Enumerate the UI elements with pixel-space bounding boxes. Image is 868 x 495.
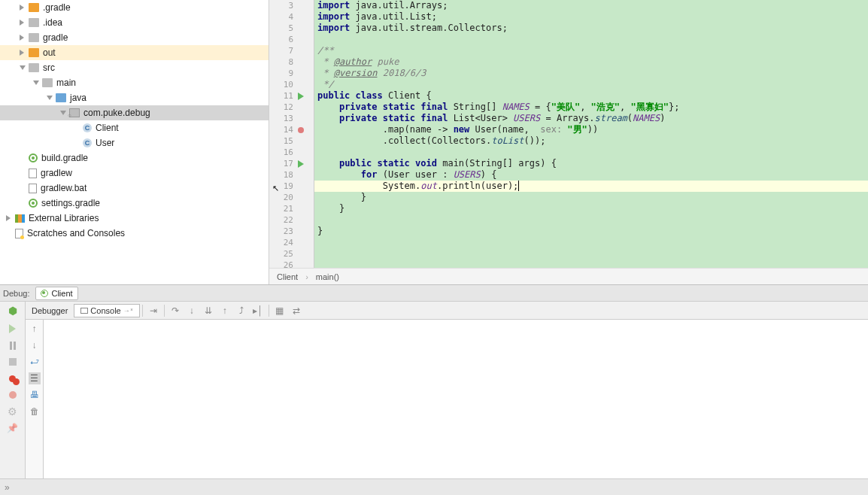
breadcrumb-item[interactable]: main()	[316, 272, 339, 281]
resume-icon[interactable]	[7, 323, 19, 335]
debug-tab-client[interactable]: Client	[35, 287, 77, 300]
tree-item-scratches-and-consoles[interactable]: Scratches and Consoles	[0, 226, 269, 241]
quick-access-icon[interactable]: »	[5, 482, 10, 493]
chevron-right-icon[interactable]	[20, 50, 26, 56]
evaluate-icon[interactable]: ▦	[272, 302, 288, 319]
print-icon[interactable]: 🖶	[29, 389, 41, 401]
console-output[interactable]	[44, 320, 868, 478]
stop-icon[interactable]	[7, 356, 19, 368]
trace-icon[interactable]: ⇄	[288, 302, 305, 319]
tree-item-main[interactable]: main	[0, 75, 269, 90]
chevron-right-icon[interactable]	[20, 35, 26, 41]
chevron-right-icon[interactable]	[20, 5, 26, 11]
tree-item-user[interactable]: CUser	[0, 135, 269, 150]
step-out-icon[interactable]: ↑	[217, 302, 233, 319]
folder-icon	[29, 48, 39, 57]
trash-icon[interactable]: 🗑	[29, 405, 41, 418]
folder-icon	[29, 18, 39, 27]
tree-item-out[interactable]: out	[0, 45, 269, 60]
tree-label: gradle	[43, 32, 68, 43]
breadcrumb[interactable]: Client › main()	[269, 268, 868, 284]
step-icon[interactable]: ⇥	[145, 302, 162, 319]
tree-label: java	[70, 93, 86, 103]
debug-header: Debug: Client	[0, 285, 868, 302]
package-icon	[69, 108, 80, 117]
debug-panel: Debug: Client ⬢ Debugger Console →ˣ ⇥ ↷ …	[0, 284, 868, 478]
status-bar: »	[0, 478, 868, 495]
error-gutter-icon[interactable]	[298, 127, 304, 133]
scratch-icon	[15, 229, 23, 238]
folder-icon	[29, 63, 39, 72]
breakpoints-icon[interactable]	[7, 372, 19, 384]
chevron-down-icon[interactable]	[60, 111, 66, 117]
tree-label: External Libraries	[29, 213, 99, 223]
class-icon: C	[83, 138, 92, 147]
run-cursor-icon[interactable]: ▸│	[250, 302, 266, 319]
tree-label: gradlew.bat	[41, 183, 86, 193]
settings-icon[interactable]: ⚙	[7, 405, 19, 418]
step-over-icon[interactable]: ↷	[167, 302, 184, 319]
tree-item--idea[interactable]: .idea	[0, 15, 269, 30]
file-icon	[29, 184, 37, 193]
breadcrumb-item[interactable]: Client	[277, 272, 298, 281]
up-icon[interactable]: ↑	[29, 323, 41, 335]
tree-label: Client	[96, 123, 119, 133]
filter-icon[interactable]: ☰	[29, 372, 41, 384]
tree-item-java[interactable]: java	[0, 90, 269, 105]
tree-label: .gradle	[43, 2, 71, 13]
tree-label: main	[56, 77, 76, 88]
gradle-icon	[29, 199, 38, 208]
force-step-icon[interactable]: ⇊	[200, 302, 217, 319]
tree-item-client[interactable]: CClient	[0, 120, 269, 135]
debug-side-toolbar2: ↑ ↓ ⮐ ☰ 🖶 🗑	[26, 320, 44, 478]
folder-icon	[29, 33, 39, 42]
tree-item-gradle[interactable]: gradle	[0, 30, 269, 45]
tree-label: out	[43, 47, 56, 58]
tree-label: User	[96, 138, 114, 148]
debug-side-toolbar: ⚙ 📌	[0, 320, 26, 478]
folder-icon	[42, 78, 53, 87]
class-icon: C	[83, 123, 92, 132]
chevron-right-icon[interactable]	[6, 215, 12, 221]
library-icon	[15, 214, 25, 223]
pause-icon[interactable]	[7, 339, 19, 351]
file-icon	[29, 169, 37, 178]
chevron-down-icon[interactable]	[47, 96, 53, 102]
gutter: 3456789101112131415161718192021222324252…	[269, 0, 314, 268]
tree-item--gradle[interactable]: .gradle	[0, 0, 269, 15]
pin-icon[interactable]: 📌	[7, 422, 19, 434]
tree-label: .idea	[43, 17, 62, 28]
wrap-icon[interactable]: ⮐	[29, 356, 41, 368]
run-gutter-icon[interactable]	[298, 160, 305, 168]
code-editor[interactable]: 3456789101112131415161718192021222324252…	[269, 0, 868, 284]
tree-label: gradlew	[41, 168, 72, 178]
debugger-tab[interactable]: Debugger	[26, 305, 74, 317]
debug-toolbar: ⬢ Debugger Console →ˣ ⇥ ↷ ↓ ⇊ ↑ ⤴ ▸│ ▦ ⇄	[0, 302, 868, 320]
tree-item-gradlew-bat[interactable]: gradlew.bat	[0, 181, 269, 196]
tree-label: build.gradle	[41, 153, 88, 163]
run-gutter-icon[interactable]	[298, 93, 305, 100]
tree-label: src	[43, 62, 55, 73]
folder-icon	[29, 3, 39, 12]
tree-item-external-libraries[interactable]: External Libraries	[0, 211, 269, 226]
chevron-right-icon[interactable]	[20, 20, 26, 26]
drop-frame-icon[interactable]: ⤴	[233, 302, 250, 319]
tree-item-com-puke-debug[interactable]: com.puke.debug	[0, 105, 269, 120]
down-icon[interactable]: ↓	[29, 339, 41, 351]
tree-item-src[interactable]: src	[0, 60, 269, 75]
folder-icon	[56, 93, 66, 102]
chevron-down-icon[interactable]	[20, 65, 26, 71]
debug-label: Debug:	[3, 289, 29, 298]
tree-item-settings-gradle[interactable]: settings.gradle	[0, 196, 269, 211]
step-into-icon[interactable]: ↓	[184, 302, 200, 319]
tree-item-build-gradle[interactable]: build.gradle	[0, 150, 269, 166]
tree-label: com.puke.debug	[83, 108, 150, 118]
project-tree[interactable]: .gradle.ideagradleoutsrcmainjavacom.puke…	[0, 0, 269, 284]
console-tab[interactable]: Console →ˣ	[74, 304, 139, 317]
tree-label: Scratches and Consoles	[27, 228, 125, 238]
bug-icon[interactable]: ⬢	[8, 305, 17, 317]
tree-item-gradlew[interactable]: gradlew	[0, 166, 269, 181]
chevron-down-icon[interactable]	[33, 80, 39, 87]
code-area[interactable]: import java.util.Arrays; import java.uti…	[314, 0, 868, 268]
mute-bp-icon[interactable]	[7, 389, 19, 401]
